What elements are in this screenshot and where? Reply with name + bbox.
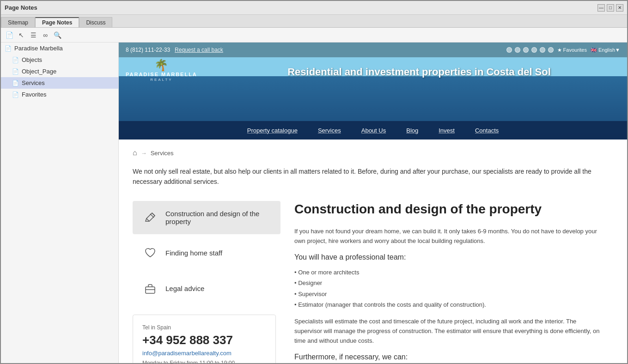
service-label-construction: Construction and design of the property	[165, 210, 271, 225]
cta-link[interactable]: Request a call back	[175, 47, 223, 53]
nav-dot-2[interactable]	[515, 47, 520, 53]
phone-number[interactable]: 8 (812) 111-22-33	[126, 47, 170, 53]
tab-sitemap[interactable]: Sitemap	[1, 17, 35, 27]
briefcase-icon	[142, 280, 159, 297]
title-bar: Page Notes — □ ✕	[1, 1, 627, 15]
service-label-home-staff: Finding home staff	[165, 249, 222, 257]
nav-dot-1[interactable]	[506, 47, 512, 53]
search-icon[interactable]: 🔍	[53, 30, 62, 40]
service-link-legal[interactable]: Legal advice	[165, 285, 204, 292]
nav-circles	[506, 47, 554, 53]
heart-icon	[142, 245, 159, 261]
service-detail-subtitle2: Furthermore, if necessary, we can:	[294, 353, 604, 361]
nav-dot-5[interactable]	[540, 47, 545, 53]
svg-rect-0	[146, 287, 155, 293]
page-content: ⌂ → Services We not only sell real estat…	[119, 140, 618, 363]
service-detail-subtitle: You will have a professional team:	[294, 253, 604, 261]
website-header: 8 (812) 111-22-33 Request a call back	[119, 42, 627, 140]
minimize-button[interactable]: —	[598, 4, 605, 12]
file-icon-objects: 📄	[12, 57, 19, 63]
language-selector[interactable]: 🇬🇧 English▼	[591, 47, 620, 53]
content-area: 8 (812) 111-22-33 Request a call back	[119, 42, 627, 363]
logo-name: Paradise Marbella	[126, 72, 197, 78]
tab-page-notes[interactable]: Page Notes	[35, 17, 79, 27]
intro-text: We not only sell real estate, but also h…	[133, 166, 604, 187]
cursor-icon[interactable]: ↖	[17, 30, 26, 40]
nav-dot-3[interactable]	[523, 47, 529, 53]
tab-discuss[interactable]: Discuss	[79, 17, 112, 27]
pencil-icon	[142, 209, 159, 226]
top-bar: 8 (812) 111-22-33 Request a call back	[119, 42, 627, 57]
service-detail: Construction and design of the property …	[294, 201, 604, 363]
nav-services[interactable]: Services	[308, 121, 351, 140]
sidebar: 📄 Paradise Marbella 📄 Objects 📄 Object_P…	[1, 42, 119, 363]
nav-dot-6[interactable]	[548, 47, 554, 53]
window-title: Page Notes	[5, 4, 37, 11]
file-icon-favorites: 📄	[12, 91, 19, 98]
toolbar: 📄 ↖ ☰ ∞ 🔍	[1, 28, 627, 42]
nav-contacts[interactable]: Contacts	[465, 121, 509, 140]
service-detail-title: Construction and design of the property	[294, 201, 604, 218]
breadcrumb-current: Services	[151, 150, 174, 157]
nav-property-catalogue[interactable]: Property catalogue	[237, 121, 308, 140]
home-icon[interactable]: ⌂	[133, 149, 137, 157]
tab-bar: Sitemap Page Notes Discuss	[1, 15, 627, 28]
nav-about-us[interactable]: About Us	[351, 121, 396, 140]
contact-phone[interactable]: +34 952 888 337	[142, 333, 266, 347]
file-icon-services: 📄	[12, 80, 19, 86]
sidebar-item-favorites[interactable]: 📄 Favorites	[1, 89, 118, 100]
logo-area: 🌴 Paradise Marbella REALTY	[126, 59, 197, 82]
service-detail-paragraph1: If you have not found your dream home, w…	[294, 227, 604, 246]
main-nav: Property catalogue Services About Us Blo…	[119, 121, 627, 140]
team-item-supervisor: • Supervisor	[294, 289, 604, 299]
favorites-link[interactable]: ★ Favourites	[557, 47, 587, 53]
team-item-architects: • One or more architects	[294, 267, 604, 278]
service-item-construction[interactable]: Construction and design of the property	[133, 201, 280, 234]
website-headline: Residential and investment properties in…	[211, 66, 627, 79]
team-item-designer: • Designer	[294, 278, 604, 288]
services-layout: Construction and design of the property …	[133, 201, 604, 363]
sidebar-item-paradise-marbella[interactable]: 📄 Paradise Marbella	[1, 42, 118, 54]
maximize-button[interactable]: □	[607, 4, 614, 12]
close-button[interactable]: ✕	[616, 4, 623, 12]
sidebar-item-objects[interactable]: 📄 Objects	[1, 54, 118, 66]
nav-blog[interactable]: Blog	[396, 121, 428, 140]
link-icon[interactable]: ∞	[41, 30, 50, 40]
list-icon[interactable]: ☰	[29, 30, 38, 40]
service-menu: Construction and design of the property …	[133, 201, 280, 363]
logo-sub: REALTY	[126, 78, 197, 82]
sidebar-item-object-page[interactable]: 📄 Object_Page	[1, 66, 118, 77]
service-item-home-staff[interactable]: Finding home staff	[133, 237, 280, 270]
file-icon-object-page: 📄	[12, 68, 19, 75]
sidebar-item-services[interactable]: 📄 Services	[1, 77, 118, 89]
nav-dot-4[interactable]	[531, 47, 537, 53]
service-item-legal[interactable]: Legal advice	[133, 272, 280, 305]
contact-email[interactable]: info@paradisemarbellarealty.com	[142, 350, 266, 357]
contact-hours-text: Monday to Friday from 11:00 to 19:00	[142, 360, 235, 363]
contact-box: Tel in Spain +34 952 888 337 info@paradi…	[133, 315, 276, 363]
service-label-legal: Legal advice	[165, 285, 204, 292]
breadcrumb: ⌂ → Services	[133, 149, 604, 157]
nav-invest[interactable]: Invest	[428, 121, 465, 140]
file-icon[interactable]: 📄	[5, 30, 14, 40]
contact-hours: Monday to Friday from 11:00 to 19:00 (wi…	[142, 359, 266, 363]
tel-label: Tel in Spain	[142, 324, 266, 331]
team-item-estimator: • Estimator (manager that controls the c…	[294, 299, 604, 310]
service-detail-team-list: • One or more architects • Designer • Su…	[294, 267, 604, 310]
service-link-home-staff[interactable]: Finding home staff	[165, 249, 222, 257]
breadcrumb-arrow: →	[141, 150, 147, 157]
logo-palm-icon: 🌴	[126, 59, 197, 72]
service-detail-paragraph2: Specialists will estimate the cost and t…	[294, 317, 604, 346]
file-icon-paradise: 📄	[5, 45, 12, 52]
